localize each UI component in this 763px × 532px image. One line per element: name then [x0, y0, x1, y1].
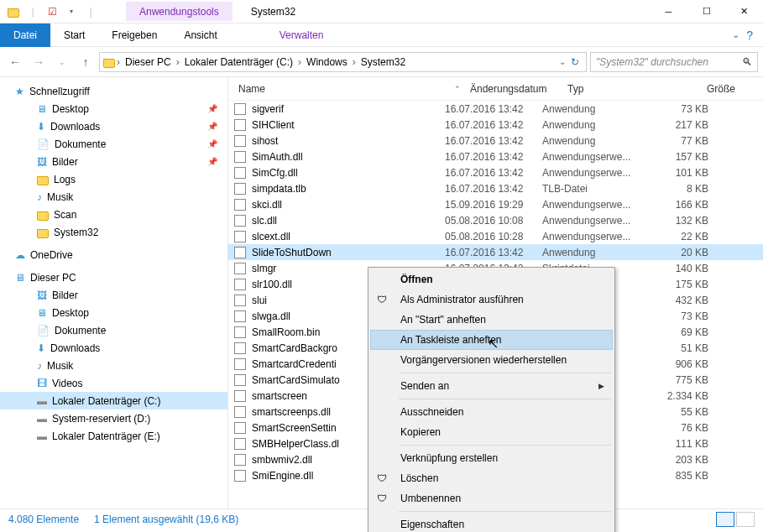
file-row[interactable]: simpdata.tlb16.07.2016 13:42TLB-Datei8 K…: [228, 180, 763, 196]
column-header-size[interactable]: Größe: [677, 83, 735, 95]
ctx-pin-start[interactable]: An "Start" anheften: [370, 310, 613, 330]
column-header-type[interactable]: Typ: [567, 83, 677, 95]
ctx-restore-versions[interactable]: Vorgängerversionen wiederherstellen: [370, 350, 613, 370]
desktop-icon: 🖥: [37, 103, 47, 115]
sidebar-item-pictures2[interactable]: 🖼Bilder: [0, 286, 227, 304]
tab-share[interactable]: Freigeben: [98, 23, 170, 47]
help-icon[interactable]: ?: [746, 29, 753, 42]
sidebar-thispc[interactable]: 🖥Dieser PC: [0, 269, 227, 286]
sidebar-item-music[interactable]: ♪Musik: [0, 188, 227, 206]
history-dropdown[interactable]: ⌄: [52, 52, 72, 72]
file-name: simpdata.tlb: [252, 183, 445, 195]
sidebar-item-documents[interactable]: 📄Dokumente📌: [0, 135, 227, 153]
chevron-right-icon: ▶: [598, 382, 604, 390]
forward-button[interactable]: →: [29, 52, 49, 72]
pictures-icon: 🖼: [37, 156, 47, 168]
search-box[interactable]: "System32" durchsuchen 🔍︎: [590, 52, 758, 72]
sidebar-item-desktop[interactable]: 🖥Desktop📌: [0, 100, 227, 117]
ctx-copy[interactable]: Kopieren: [370, 422, 613, 442]
sidebar-item-desktop2[interactable]: 🖥Desktop: [0, 304, 227, 321]
sidebar-item-drive-c[interactable]: ▬Lokaler Datenträger (C:): [0, 392, 227, 409]
qat-dropdown-icon[interactable]: ▾: [63, 3, 80, 20]
sidebar-item-pictures[interactable]: 🖼Bilder📌: [0, 153, 227, 170]
checkbox-icon[interactable]: ☑: [44, 3, 60, 20]
ctx-separator: [399, 511, 611, 512]
file-row[interactable]: SimAuth.dll16.07.2016 13:42Anwendungserw…: [228, 149, 763, 164]
address-folder-icon: [103, 59, 115, 68]
sidebar-item-documents2[interactable]: 📄Dokumente: [0, 321, 227, 339]
file-icon: [228, 358, 252, 370]
crumb-sep[interactable]: ›: [176, 56, 180, 68]
crumb-pc[interactable]: Dieser PC: [122, 56, 175, 68]
crumb-system32[interactable]: System32: [358, 56, 409, 68]
ribbon-expand-icon[interactable]: ⌄: [732, 29, 739, 40]
shield-icon: 🛡: [377, 294, 387, 305]
file-row[interactable]: SlideToShutDown16.07.2016 13:42Anwendung…: [228, 244, 763, 260]
sidebar-item-system32[interactable]: System32: [0, 223, 227, 241]
file-row[interactable]: slc.dll05.08.2016 10:08Anwendungserwe...…: [228, 212, 763, 228]
window-title: System32: [251, 6, 295, 18]
column-header-name[interactable]: Name: [228, 83, 445, 95]
file-row[interactable]: sigverif16.07.2016 13:42Anwendung73 KB: [228, 101, 763, 117]
sidebar-item-downloads[interactable]: ⬇Downloads📌: [0, 117, 227, 135]
ctx-delete[interactable]: 🛡Löschen: [370, 468, 613, 488]
ctx-send-to[interactable]: Senden an▶: [370, 376, 613, 396]
crumb-sep[interactable]: ›: [117, 56, 120, 68]
file-size: 73 KB: [650, 103, 708, 115]
file-row[interactable]: SimCfg.dll16.07.2016 13:42Anwendungserwe…: [228, 164, 763, 180]
star-icon: ★: [15, 86, 24, 97]
view-tiles-button[interactable]: [736, 512, 755, 527]
tab-file[interactable]: Datei: [0, 23, 50, 47]
ctx-create-shortcut[interactable]: Verknüpfung erstellen: [370, 448, 613, 468]
tab-start[interactable]: Start: [50, 23, 98, 47]
sidebar-item-videos[interactable]: 🎞Videos: [0, 374, 227, 392]
file-size: 175 KB: [650, 279, 708, 290]
close-button[interactable]: ✕: [725, 0, 763, 23]
sidebar-item-scan[interactable]: Scan: [0, 206, 227, 223]
tab-view[interactable]: Ansicht: [170, 23, 230, 47]
file-icon: [228, 119, 252, 131]
file-size: 73 KB: [650, 310, 708, 322]
ctx-properties[interactable]: Eigenschaften: [370, 514, 613, 532]
file-type: Anwendung: [542, 247, 650, 258]
contextual-tools-tab[interactable]: Anwendungstools: [126, 2, 233, 21]
sidebar-item-drive-d[interactable]: ▬System-reserviert (D:): [0, 409, 227, 427]
crumb-sep[interactable]: ›: [298, 56, 301, 68]
file-row[interactable]: sihost16.07.2016 13:42Anwendung77 KB: [228, 133, 763, 149]
desktop-icon: 🖥: [37, 307, 47, 319]
file-type: Anwendungserwe...: [542, 215, 650, 227]
file-row[interactable]: skci.dll15.09.2016 19:29Anwendungserwe..…: [228, 196, 763, 212]
file-size: 20 KB: [650, 247, 708, 258]
address-bar[interactable]: › Dieser PC › Lokaler Datenträger (C:) ›…: [99, 52, 587, 72]
column-header-date[interactable]: Änderungsdatum: [470, 83, 567, 95]
pin-icon: 📌: [207, 157, 217, 166]
crumb-windows[interactable]: Windows: [303, 56, 351, 68]
view-details-button[interactable]: [716, 512, 734, 527]
tab-manage[interactable]: Verwalten: [266, 23, 337, 47]
file-size: 55 KB: [650, 406, 708, 418]
maximize-button[interactable]: ☐: [687, 0, 725, 23]
file-size: 140 KB: [650, 263, 708, 274]
ctx-cut[interactable]: Ausschneiden: [370, 402, 613, 422]
sidebar-onedrive[interactable]: ☁OneDrive: [0, 246, 227, 263]
up-button[interactable]: ↑: [76, 52, 96, 72]
minimize-button[interactable]: ─: [650, 0, 687, 23]
sidebar-item-downloads2[interactable]: ⬇Downloads: [0, 339, 227, 357]
ctx-run-as-admin[interactable]: 🛡Als Administrator ausführen: [370, 289, 613, 310]
ctx-rename[interactable]: 🛡Umbenennen: [370, 488, 613, 509]
folder-icon: [37, 176, 49, 185]
address-dropdown-icon[interactable]: ⌄: [559, 57, 566, 66]
crumb-sep[interactable]: ›: [353, 56, 356, 68]
file-icon: [228, 231, 252, 243]
file-row[interactable]: slcext.dll05.08.2016 10:28Anwendungserwe…: [228, 228, 763, 244]
ctx-open[interactable]: Öffnen: [370, 269, 613, 289]
sidebar-quickaccess[interactable]: ★Schnellzugriff: [0, 82, 227, 100]
sidebar-item-music2[interactable]: ♪Musik: [0, 357, 227, 374]
file-row[interactable]: SIHClient16.07.2016 13:42Anwendung217 KB: [228, 117, 763, 133]
refresh-icon[interactable]: ↻: [571, 56, 579, 68]
back-button[interactable]: ←: [5, 52, 25, 72]
sidebar-item-drive-e[interactable]: ▬Lokaler Datenträger (E:): [0, 427, 227, 445]
sidebar-item-logs[interactable]: Logs: [0, 170, 227, 188]
crumb-c[interactable]: Lokaler Datenträger (C:): [181, 56, 296, 68]
search-icon[interactable]: 🔍︎: [742, 56, 752, 68]
